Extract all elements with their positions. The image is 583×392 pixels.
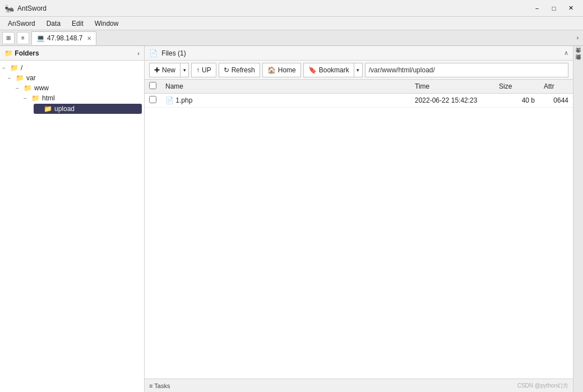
folder-icon: 📁 — [4, 49, 13, 57]
folder-html-icon: 📁 — [31, 94, 40, 102]
home-icon: 🏠 — [267, 66, 276, 74]
tab-more-button[interactable]: › — [575, 34, 581, 42]
home-button[interactable]: 🏠 Home — [262, 63, 301, 77]
up-icon: ↑ — [196, 66, 200, 74]
window-controls: − □ ✕ — [529, 3, 579, 14]
table-row[interactable]: 📄 1.php 2022-06-22 15:42:23 40 b 0644 — [145, 94, 573, 108]
menu-bar: AnSword Data Edit Window — [0, 17, 583, 30]
row-size-cell: 40 b — [494, 94, 539, 108]
folder-root-icon: 📁 — [10, 64, 18, 72]
status-bar: ≡ Tasks CSDN @python幻方 — [145, 379, 573, 392]
sidebar-collapse-button[interactable]: ‹ — [137, 50, 140, 57]
tree-item-root[interactable]: − 📁 / — [0, 63, 144, 73]
row-checkbox-cell — [145, 94, 161, 108]
select-all-checkbox[interactable] — [149, 82, 156, 89]
tab-connection-icon: 💻 — [36, 34, 45, 42]
folders-title: 📁 Folders — [4, 49, 39, 57]
right-panel: 📄 Files (1) ∧ ✚ New ▾ ↑ UP ↻ — [145, 46, 573, 392]
up-button[interactable]: ↑ UP — [191, 63, 216, 77]
tab-nav-list[interactable]: ≡ — [17, 32, 29, 44]
files-title: 📄 Files (1) — [149, 49, 186, 57]
bookmark-dropdown-button[interactable]: ▾ — [354, 63, 363, 77]
tree-label-root: / — [21, 64, 22, 72]
toolbar: ✚ New ▾ ↑ UP ↻ Refresh 🏠 Home — [145, 61, 573, 80]
bookmark-button[interactable]: 🔖 Bookmark — [303, 63, 354, 77]
right-sidebar: 新建文件 上传文件 删除文件 — [573, 46, 583, 392]
col-header-checkbox — [145, 80, 161, 94]
minimize-button[interactable]: − — [529, 3, 545, 14]
close-button[interactable]: ✕ — [563, 3, 579, 14]
menu-edit[interactable]: Edit — [66, 19, 89, 29]
bookmark-button-group: 🔖 Bookmark ▾ — [303, 63, 363, 77]
tree-item-html[interactable]: − 📁 html — [0, 93, 144, 103]
new-button[interactable]: ✚ New — [149, 63, 180, 77]
menu-window[interactable]: Window — [89, 19, 124, 29]
tree-item-var[interactable]: − 📁 var — [0, 73, 144, 83]
app-title: AntSword — [17, 4, 529, 12]
tree-toggle-www: − — [16, 85, 24, 91]
tab-connection[interactable]: 💻 47.98.148.7 ✕ — [31, 31, 96, 45]
tab-connection-label: 47.98.148.7 — [47, 34, 82, 42]
sidebar: 📁 Folders ‹ − 📁 / − 📁 var − 📁 www — [0, 46, 145, 392]
tree-label-www: www — [34, 84, 49, 92]
refresh-button[interactable]: ↻ Refresh — [219, 63, 260, 77]
menu-data[interactable]: Data — [41, 19, 66, 29]
tree-label-var: var — [26, 74, 36, 82]
files-icon: 📄 — [149, 49, 158, 57]
app-icon: 🐜 — [4, 4, 14, 13]
new-icon: ✚ — [154, 66, 160, 74]
row-attr-cell: 0644 — [539, 94, 573, 108]
tree-toggle-html: − — [24, 95, 31, 102]
tree-label-upload: upload — [54, 105, 75, 113]
tree-toggle-var: − — [8, 75, 16, 81]
file-table-body: 📄 1.php 2022-06-22 15:42:23 40 b 0644 — [145, 94, 573, 108]
new-dropdown-button[interactable]: ▾ — [180, 63, 189, 77]
watermark: CSDN @python幻方 — [517, 382, 568, 390]
files-header: 📄 Files (1) ∧ — [145, 46, 573, 61]
bookmark-icon: 🔖 — [308, 66, 317, 74]
tab-close-button[interactable]: ✕ — [87, 35, 91, 41]
tasks-label[interactable]: ≡ Tasks — [149, 382, 170, 389]
menu-antsword[interactable]: AnSword — [2, 19, 41, 29]
file-icon: 📄 — [165, 96, 174, 104]
path-input[interactable]: /var/www/html/upload/ — [365, 63, 568, 77]
maximize-button[interactable]: □ — [546, 3, 562, 14]
sidebar-header: 📁 Folders ‹ — [0, 46, 144, 61]
tree-toggle-root: − — [2, 65, 10, 71]
new-button-group: ✚ New ▾ — [149, 63, 189, 77]
folder-var-icon: 📁 — [16, 74, 24, 82]
row-name-cell: 📄 1.php — [161, 94, 410, 108]
row-checkbox[interactable] — [149, 96, 156, 103]
tree-item-upload[interactable]: 📁 upload — [34, 104, 142, 114]
tree-item-www[interactable]: − 📁 www — [0, 83, 144, 93]
col-header-name: Name — [161, 80, 410, 94]
col-header-size: Size — [494, 80, 539, 94]
file-name: 1.php — [175, 96, 192, 104]
folder-upload-icon: 📁 — [44, 105, 52, 113]
tree-label-html: html — [42, 94, 55, 102]
col-header-attr: Attr — [539, 80, 573, 94]
folder-tree: − 📁 / − 📁 var − 📁 www − 📁 html — [0, 61, 144, 392]
main-layout: 📁 Folders ‹ − 📁 / − 📁 var − 📁 www — [0, 46, 583, 392]
tab-bar: ⊞ ≡ 💻 47.98.148.7 ✕ › — [0, 30, 583, 46]
tab-nav-grid[interactable]: ⊞ — [2, 32, 15, 44]
file-table: Name Time Size Attr 📄 1.php 2022-06-22 1… — [145, 80, 573, 108]
folder-www-icon: 📁 — [24, 84, 32, 92]
file-list-container: Name Time Size Attr 📄 1.php 2022-06-22 1… — [145, 80, 573, 379]
col-header-time: Time — [410, 80, 494, 94]
files-expand-button[interactable]: ∧ — [564, 49, 568, 57]
refresh-icon: ↻ — [224, 66, 229, 74]
title-bar: 🐜 AntSword − □ ✕ — [0, 0, 583, 17]
row-time-cell: 2022-06-22 15:42:23 — [410, 94, 494, 108]
